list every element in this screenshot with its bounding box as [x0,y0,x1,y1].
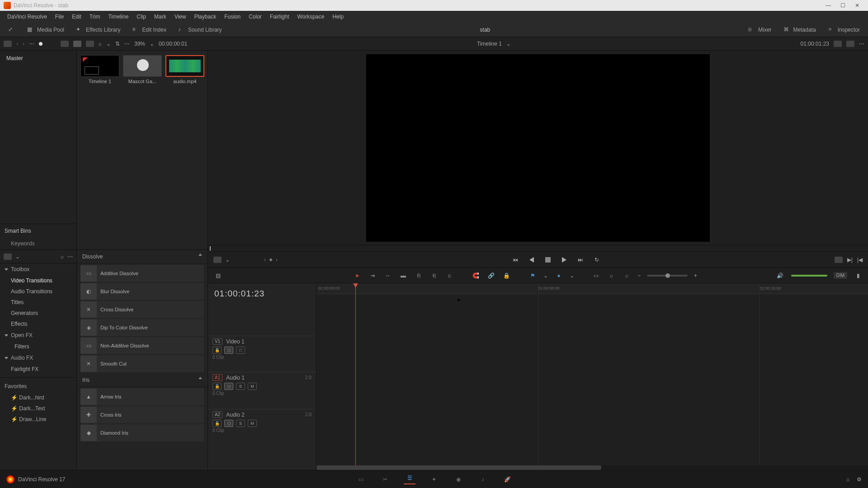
options-icon[interactable]: ⋯ [29,41,34,47]
menu-fairlight[interactable]: Fairlight [266,12,293,22]
transform-overlay-icon[interactable] [213,257,222,263]
fx-cross-iris[interactable]: ✚Cross Iris [80,406,204,423]
track-auto-select-icon[interactable]: ◻ [224,383,233,390]
smart-bins-header[interactable]: Smart Bins [0,224,76,238]
bypass-icon[interactable] [834,41,842,47]
project-settings-icon[interactable]: ⚙ [857,476,862,483]
match-dot-icon[interactable] [269,258,272,261]
viewer-scrubber[interactable] [208,245,868,251]
menu-color[interactable]: Color [245,12,265,22]
audio-meter-icon[interactable]: ▮ [854,272,863,279]
keywords-bin[interactable]: Keywords [0,238,76,249]
position-lock-icon[interactable]: 🔒 [502,272,511,279]
timeline-chevron-icon[interactable]: ⌄ [506,41,511,47]
selection-tool-icon[interactable]: ➤ [353,272,362,279]
track-tag[interactable]: A1 [212,374,222,381]
loop-button[interactable]: ↻ [592,255,602,265]
insert-clip-icon[interactable]: ⎘ [414,272,423,279]
match-next-icon[interactable]: › [276,257,278,263]
monitor-audio-icon[interactable]: 🔊 [776,272,785,279]
menu-edit[interactable]: Edit [68,12,85,22]
clip-thumb[interactable] [165,55,204,77]
metadata-view-icon[interactable] [61,41,69,47]
flag-chevron-icon[interactable]: ⌄ [543,272,548,279]
menu-timeline[interactable]: Timeline [104,12,132,22]
playhead[interactable] [355,283,356,470]
detail-zoom-icon[interactable]: ⌕ [607,272,616,279]
prev-frame-button[interactable] [527,255,537,265]
edit-page-tab[interactable]: ☰ [404,474,415,484]
master-bin[interactable]: Master [0,51,76,66]
mixer-toggle[interactable]: ⎚Mixer [744,24,776,35]
track-lock-icon[interactable]: 🔓 [212,383,222,390]
generators-item[interactable]: Generators [0,308,76,319]
fairlightfx-item[interactable]: Fairlight FX [0,364,76,375]
fx-panel-icon[interactable] [4,253,12,260]
fx-non-additive[interactable]: ▭Non-Additive Dissolve [80,337,204,354]
fx-diamond-iris[interactable]: ◆Diamond Iris [80,424,204,441]
trim-tool-icon[interactable]: ⇥ [368,272,377,279]
clip-thumb[interactable] [123,55,162,77]
fx-panel-chevron-icon[interactable]: ⌄ [15,253,20,260]
blade-tool-icon[interactable]: ▬ [399,272,408,279]
first-frame-button[interactable]: ⏮ [510,255,520,265]
jog-out-icon[interactable]: ▶| [847,257,853,263]
track-solo-button[interactable]: S [236,420,245,427]
fx-blur-dissolve[interactable]: ◐Blur Dissolve [80,283,204,300]
timeline-timecode[interactable]: 01:00:01:23 [208,283,316,304]
clip-thumb[interactable] [80,55,119,77]
track-v1[interactable]: V1Video 1 🔓 ◻ □ 0 Clip [208,336,316,372]
sort-icon[interactable]: ⇅ [115,41,120,47]
list-view-icon[interactable] [86,41,94,47]
track-mute-button[interactable]: M [248,383,257,390]
dissolve-group[interactable]: Dissolve [77,250,208,264]
stop-button[interactable] [543,255,553,265]
full-extent-zoom-icon[interactable]: ▭ [591,272,600,279]
dynamic-trim-icon[interactable]: ↔ [383,272,392,279]
favorite-item[interactable]: ⚡ Dark...hird [0,392,76,403]
fx-arrow-iris[interactable]: ▲Arrow Iris [80,388,204,405]
zoom-chevron-icon[interactable]: ⌄ [150,41,154,47]
track-a2[interactable]: A2Audio 22.0 🔓 ◻ S M 0 Clip [208,409,316,446]
filters-item[interactable]: Filters [0,341,76,352]
marker-icon[interactable]: ● [554,272,563,279]
maximize-button[interactable]: ☐ [835,1,850,10]
cut-page-tab[interactable]: ✂ [379,474,391,484]
timeline-body[interactable]: 01:00:00:00 01:00:08:00 01:00:16:00 ➤ [316,283,868,470]
track-lock-icon[interactable]: 🔓 [212,347,222,354]
effects-library-toggle[interactable]: ✦Effects Library [71,24,125,35]
menu-help[interactable]: Help [329,12,347,22]
track-tag[interactable]: V1 [212,338,222,345]
overwrite-clip-icon[interactable]: ⎗ [429,272,439,279]
expand-icon[interactable]: ⤢ [4,24,20,35]
color-page-tab[interactable]: ◉ [453,474,464,484]
iris-group[interactable]: Iris [77,373,208,387]
match-frame-icon[interactable] [835,257,843,263]
scrollbar-thumb[interactable] [316,465,601,470]
viewer-canvas[interactable] [366,54,710,242]
zoom-out-button[interactable]: − [637,272,641,279]
sound-library-toggle[interactable]: ♪Sound Library [174,24,226,35]
menu-workspace[interactable]: Workspace [294,12,328,22]
jog-in-icon[interactable]: |◀ [857,257,863,263]
media-pool-toggle[interactable]: ▦Media Pool [23,24,69,35]
snapping-icon[interactable]: 🧲 [471,272,480,279]
chevron-down-icon[interactable]: ⌄ [106,41,111,47]
clip-video[interactable]: Mascot Ga... [123,55,162,84]
single-dual-viewer-icon[interactable] [846,41,854,47]
menu-fusion[interactable]: Fusion [221,12,244,22]
media-page-tab[interactable]: ▭ [355,474,367,484]
favorite-item[interactable]: ⚡ Dark...Text [0,403,76,414]
deliver-page-tab[interactable]: 🚀 [501,474,513,484]
next-frame-button[interactable]: ⏭ [576,255,585,265]
menu-trim[interactable]: Trim [86,12,104,22]
record-timecode[interactable]: 01:00:01:23 [801,41,829,47]
track-mute-button[interactable]: M [248,420,257,427]
menu-mark[interactable]: Mark [151,12,170,22]
video-transitions-item[interactable]: Video Transitions [0,275,76,286]
titles-item[interactable]: Titles [0,297,76,308]
nav-next-icon[interactable]: › [23,41,24,47]
volume-slider[interactable] [791,275,827,277]
track-auto-select-icon[interactable]: ◻ [224,347,233,354]
fusion-page-tab[interactable]: ✦ [428,474,440,484]
